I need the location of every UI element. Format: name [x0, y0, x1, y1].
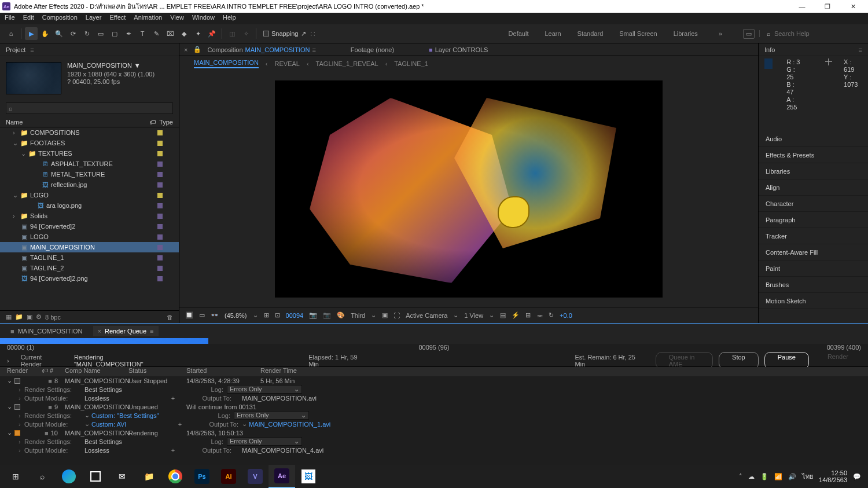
menu-composition[interactable]: Composition: [42, 14, 78, 23]
label-swatch[interactable]: [157, 162, 163, 167]
tree-row[interactable]: 🖹 METAL_TEXTURE: [0, 169, 179, 179]
menu-animation[interactable]: Animation: [134, 14, 162, 23]
workspace-more-icon[interactable]: »: [719, 30, 722, 37]
breadcrumb-item[interactable]: TAGLINE_1: [394, 60, 428, 67]
log-dropdown[interactable]: Errors Only⌄: [227, 385, 302, 394]
tree-row[interactable]: ▣ MAIN_COMPOSITION: [0, 242, 179, 252]
puppet-tool[interactable]: 📌: [205, 27, 218, 40]
bpc-label[interactable]: 8 bpc: [45, 314, 61, 321]
tree-toggle[interactable]: ›: [13, 212, 19, 219]
panel-character[interactable]: Character: [759, 196, 868, 212]
trash-icon[interactable]: 🗑: [167, 314, 173, 321]
battery-icon[interactable]: 🔋: [760, 473, 768, 480]
rotate-tool[interactable]: ↻: [80, 27, 93, 40]
workspace-overflow-icon[interactable]: ▭: [743, 29, 755, 39]
disclosure-icon[interactable]: ›: [19, 412, 24, 419]
edge-button[interactable]: [56, 465, 82, 488]
output-module-row[interactable]: › Output Module: Lossless + Output To: M…: [7, 394, 861, 402]
reset-exposure-icon[interactable]: ↻: [549, 311, 554, 319]
panel-menu-icon[interactable]: ≡: [30, 46, 34, 53]
render-checkbox[interactable]: [14, 430, 20, 436]
disclosure-icon[interactable]: ›: [19, 395, 24, 402]
cloud-icon[interactable]: ☁: [748, 473, 755, 480]
tab-menu-icon[interactable]: ≡: [312, 46, 315, 53]
disclosure-icon[interactable]: ›: [19, 421, 24, 428]
disclosure-icon[interactable]: ›: [19, 386, 24, 393]
panel-align[interactable]: Align: [759, 179, 868, 196]
add-output-icon[interactable]: +: [169, 447, 177, 454]
eraser-tool[interactable]: ◆: [178, 27, 190, 40]
label-swatch[interactable]: [157, 255, 163, 260]
snapshot-icon[interactable]: 📷: [309, 311, 317, 319]
disclosure-icon[interactable]: ›: [7, 357, 9, 364]
home-button[interactable]: ⌂: [5, 27, 17, 40]
label-swatch[interactable]: [157, 276, 163, 281]
tree-row[interactable]: 🖹 ASPHALT_TEXTURE: [0, 159, 179, 169]
label-swatch[interactable]: [157, 151, 163, 156]
log-dropdown[interactable]: Errors Only⌄: [234, 411, 309, 420]
render-settings-row[interactable]: › Render Settings: Best Settings Log: Er…: [7, 385, 861, 394]
menu-layer[interactable]: Layer: [86, 14, 102, 23]
chevron-down-icon[interactable]: ⌄: [371, 311, 376, 319]
output-path[interactable]: MAIN_COMPOSITION_1.avi: [249, 421, 330, 428]
footage-tab[interactable]: Footage (none): [351, 46, 394, 53]
label-swatch[interactable]: [157, 266, 163, 271]
snapping-toggle[interactable]: Snapping ↗ ⸬: [263, 30, 315, 38]
workspace-standard[interactable]: Standard: [578, 30, 604, 37]
label-swatch[interactable]: [157, 130, 163, 135]
render-queue-body[interactable]: ⌄ ■ 8 MAIN_COMPOSITION User Stopped 14/8…: [0, 376, 868, 465]
render-settings-row[interactable]: › Render Settings: Best Settings Log: Er…: [7, 437, 861, 446]
workspace-learn[interactable]: Learn: [545, 30, 561, 37]
fast-preview-icon[interactable]: ⚡: [512, 311, 520, 319]
tab-lock-icon[interactable]: 🔒: [193, 46, 201, 53]
render-queue-tab[interactable]: × Render Queue ≡: [93, 326, 159, 336]
col-render[interactable]: Render: [7, 367, 42, 376]
roto-tool[interactable]: ✦: [192, 27, 204, 40]
menu-window[interactable]: Window: [192, 14, 215, 23]
log-dropdown[interactable]: Errors Only⌄: [227, 437, 302, 446]
tree-row[interactable]: 🖼 ara logo.png: [0, 200, 179, 211]
camera-dropdown[interactable]: Active Camera: [406, 312, 447, 319]
magnification-icon[interactable]: 🔲: [185, 311, 193, 319]
panel-effects-presets[interactable]: Effects & Presets: [759, 147, 868, 163]
disclosure-icon[interactable]: ›: [19, 447, 24, 454]
stop-button[interactable]: Stop: [719, 352, 759, 369]
disclosure-icon[interactable]: ⌄: [7, 377, 12, 384]
illustrator-button[interactable]: Ai: [215, 465, 242, 488]
dropdown-icon[interactable]: ⌄: [84, 420, 91, 428]
layer-tab[interactable]: ■ Layer CONTROLS: [429, 46, 488, 53]
start-button[interactable]: ⊞: [2, 465, 29, 488]
label-swatch[interactable]: [157, 245, 163, 250]
views-dropdown[interactable]: 1 View: [464, 312, 483, 319]
label-swatch[interactable]: [157, 141, 163, 146]
tray-up-icon[interactable]: ˄: [739, 473, 742, 480]
dropdown-icon[interactable]: ▼: [134, 62, 141, 69]
chevron-down-icon[interactable]: ⌄: [489, 311, 494, 319]
explorer-button[interactable]: 📁: [135, 465, 162, 488]
tag-icon[interactable]: 🏷: [149, 119, 156, 126]
pause-button[interactable]: Pause: [764, 352, 809, 369]
transparency-icon[interactable]: ▣: [382, 311, 388, 319]
timeline-tab[interactable]: ■ MAIN_COMPOSITION: [6, 326, 87, 336]
clone-tool[interactable]: ⌧: [164, 27, 176, 40]
search-button[interactable]: ⌕: [29, 465, 56, 488]
add-output-icon[interactable]: +: [169, 395, 177, 402]
clock[interactable]: 12:50 14/8/2563: [819, 469, 847, 483]
zoom-dropdown[interactable]: (45.8%): [225, 312, 247, 319]
viewer-canvas[interactable]: [275, 80, 663, 298]
composition-viewer[interactable]: [179, 71, 758, 307]
language-indicator[interactable]: ไทย: [802, 471, 813, 482]
wifi-icon[interactable]: 📶: [774, 473, 782, 480]
tree-row[interactable]: › 📁 Solids: [0, 211, 179, 221]
render-item-row[interactable]: ⌄ ■ 9 MAIN_COMPOSITION Unqueued Will con…: [7, 402, 861, 411]
resolution-icon[interactable]: ⊞: [264, 311, 269, 319]
camera-tool[interactable]: ▭: [94, 27, 107, 40]
grid-icon[interactable]: ⊡: [275, 311, 280, 319]
mask-icon[interactable]: 👓: [211, 311, 219, 319]
mail-button[interactable]: ✉: [109, 465, 135, 488]
panel-tracker[interactable]: Tracker: [759, 228, 868, 244]
color-icon[interactable]: 🎨: [337, 311, 345, 319]
label-swatch[interactable]: [157, 193, 163, 198]
column-type[interactable]: Type: [159, 119, 173, 126]
search-input[interactable]: [774, 30, 844, 37]
